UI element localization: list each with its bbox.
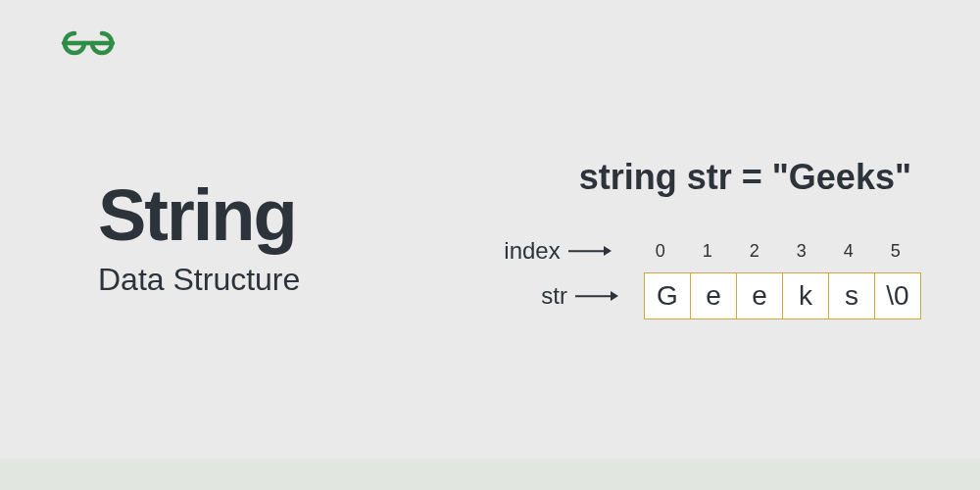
index-value: 1 bbox=[684, 241, 731, 262]
str-row: str G e e k s \0 bbox=[504, 272, 921, 319]
char-cells: G e e k s \0 bbox=[644, 272, 921, 319]
page-title: String bbox=[98, 179, 300, 252]
arrow-icon bbox=[568, 244, 612, 258]
diagram-block: string str = "Geeks" index 0 1 2 3 4 5 s… bbox=[504, 157, 921, 319]
char-cell: \0 bbox=[874, 272, 921, 319]
code-declaration: string str = "Geeks" bbox=[579, 157, 911, 198]
index-values: 0 1 2 3 4 5 bbox=[637, 241, 919, 262]
str-label: str bbox=[541, 282, 567, 310]
geeksforgeeks-logo-icon bbox=[61, 27, 116, 59]
array-diagram: index 0 1 2 3 4 5 str G e e k bbox=[504, 237, 921, 319]
heading-block: String Data Structure bbox=[98, 179, 300, 298]
arrow-icon bbox=[575, 289, 618, 303]
page-subtitle: Data Structure bbox=[98, 262, 300, 298]
char-cell: e bbox=[690, 272, 737, 319]
index-value: 3 bbox=[778, 241, 825, 262]
index-row: index 0 1 2 3 4 5 bbox=[504, 237, 921, 265]
footer-band bbox=[0, 459, 980, 490]
index-value: 5 bbox=[872, 241, 919, 262]
index-value: 0 bbox=[637, 241, 684, 262]
index-value: 4 bbox=[825, 241, 872, 262]
char-cell: e bbox=[736, 272, 783, 319]
logo bbox=[61, 27, 116, 63]
index-value: 2 bbox=[731, 241, 778, 262]
char-cell: G bbox=[644, 272, 691, 319]
index-label: index bbox=[504, 237, 560, 265]
char-cell: k bbox=[782, 272, 829, 319]
main-content: String Data Structure string str = "Geek… bbox=[98, 157, 921, 319]
char-cell: s bbox=[828, 272, 875, 319]
